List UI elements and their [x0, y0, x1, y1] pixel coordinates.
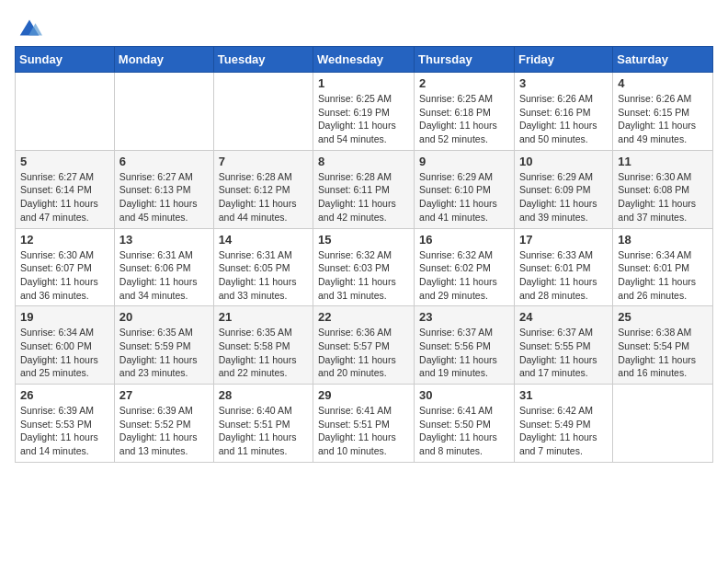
weekday-header-friday: Friday: [514, 47, 612, 73]
calendar-cell: 12 Sunrise: 6:30 AMSunset: 6:07 PMDaylig…: [16, 228, 115, 306]
calendar-cell: 15 Sunrise: 6:32 AMSunset: 6:03 PMDaylig…: [313, 228, 415, 306]
day-info: Sunrise: 6:27 AMSunset: 6:14 PMDaylight:…: [20, 171, 98, 223]
day-number: 12: [20, 233, 109, 247]
day-number: 14: [219, 233, 308, 247]
day-number: 24: [519, 310, 608, 324]
calendar-cell: 25 Sunrise: 6:38 AMSunset: 5:54 PMDaylig…: [613, 306, 713, 385]
calendar-cell: 16 Sunrise: 6:32 AMSunset: 6:02 PMDaylig…: [415, 228, 515, 306]
day-info: Sunrise: 6:42 AMSunset: 5:49 PMDaylight:…: [519, 405, 597, 456]
day-info: Sunrise: 6:26 AMSunset: 6:15 PMDaylight:…: [618, 93, 696, 144]
day-info: Sunrise: 6:32 AMSunset: 6:02 PMDaylight:…: [419, 249, 497, 301]
calendar-cell: 27 Sunrise: 6:39 AMSunset: 5:52 PMDaylig…: [114, 385, 213, 463]
day-number: 18: [618, 233, 708, 247]
calendar-cell: 26 Sunrise: 6:39 AMSunset: 5:53 PMDaylig…: [16, 385, 115, 463]
calendar-cell: 28 Sunrise: 6:40 AMSunset: 5:51 PMDaylig…: [213, 385, 313, 463]
calendar-week-row: 5 Sunrise: 6:27 AMSunset: 6:14 PMDayligh…: [16, 150, 713, 228]
day-number: 15: [318, 233, 409, 247]
weekday-header-wednesday: Wednesday: [313, 47, 415, 73]
calendar-cell: 9 Sunrise: 6:29 AMSunset: 6:10 PMDayligh…: [415, 150, 515, 228]
day-info: Sunrise: 6:34 AMSunset: 6:00 PMDaylight:…: [20, 327, 98, 378]
calendar-cell: [613, 385, 713, 463]
weekday-header-sunday: Sunday: [16, 47, 115, 73]
day-info: Sunrise: 6:27 AMSunset: 6:13 PMDaylight:…: [119, 171, 198, 223]
day-info: Sunrise: 6:33 AMSunset: 6:01 PMDaylight:…: [519, 249, 597, 301]
calendar-cell: 22 Sunrise: 6:36 AMSunset: 5:57 PMDaylig…: [313, 306, 415, 385]
day-info: Sunrise: 6:37 AMSunset: 5:56 PMDaylight:…: [419, 327, 497, 378]
calendar-cell: 1 Sunrise: 6:25 AMSunset: 6:19 PMDayligh…: [313, 73, 415, 151]
day-info: Sunrise: 6:39 AMSunset: 5:53 PMDaylight:…: [20, 405, 98, 456]
day-info: Sunrise: 6:29 AMSunset: 6:10 PMDaylight:…: [419, 171, 497, 223]
day-info: Sunrise: 6:25 AMSunset: 6:18 PMDaylight:…: [419, 93, 497, 144]
calendar-cell: 21 Sunrise: 6:35 AMSunset: 5:58 PMDaylig…: [213, 306, 313, 385]
day-number: 27: [119, 388, 209, 402]
weekday-header-monday: Monday: [114, 47, 213, 73]
calendar-cell: 7 Sunrise: 6:28 AMSunset: 6:12 PMDayligh…: [213, 150, 313, 228]
day-number: 19: [20, 310, 109, 324]
day-number: 8: [318, 155, 409, 168]
calendar-cell: 17 Sunrise: 6:33 AMSunset: 6:01 PMDaylig…: [514, 228, 612, 306]
day-info: Sunrise: 6:35 AMSunset: 5:59 PMDaylight:…: [119, 327, 198, 378]
day-number: 25: [618, 310, 708, 324]
day-info: Sunrise: 6:37 AMSunset: 5:55 PMDaylight:…: [519, 327, 597, 378]
calendar-cell: 3 Sunrise: 6:26 AMSunset: 6:16 PMDayligh…: [514, 73, 612, 151]
day-info: Sunrise: 6:31 AMSunset: 6:06 PMDaylight:…: [119, 249, 198, 301]
calendar-cell: 14 Sunrise: 6:31 AMSunset: 6:05 PMDaylig…: [213, 228, 313, 306]
day-number: 31: [519, 388, 608, 402]
day-info: Sunrise: 6:30 AMSunset: 6:07 PMDaylight:…: [20, 249, 98, 301]
day-number: 20: [119, 310, 209, 324]
day-number: 23: [419, 310, 509, 324]
day-info: Sunrise: 6:39 AMSunset: 5:52 PMDaylight:…: [119, 405, 198, 456]
day-number: 21: [219, 310, 308, 324]
day-info: Sunrise: 6:35 AMSunset: 5:58 PMDaylight:…: [219, 327, 297, 378]
logo: [15, 15, 42, 35]
logo-icon: [17, 15, 42, 40]
day-info: Sunrise: 6:40 AMSunset: 5:51 PMDaylight:…: [219, 405, 297, 456]
day-info: Sunrise: 6:34 AMSunset: 6:01 PMDaylight:…: [618, 249, 696, 301]
calendar-cell: 13 Sunrise: 6:31 AMSunset: 6:06 PMDaylig…: [114, 228, 213, 306]
day-info: Sunrise: 6:38 AMSunset: 5:54 PMDaylight:…: [618, 327, 696, 378]
day-info: Sunrise: 6:28 AMSunset: 6:12 PMDaylight:…: [219, 171, 297, 223]
day-info: Sunrise: 6:41 AMSunset: 5:50 PMDaylight:…: [419, 405, 497, 456]
day-number: 5: [20, 155, 109, 168]
calendar-cell: 24 Sunrise: 6:37 AMSunset: 5:55 PMDaylig…: [514, 306, 612, 385]
calendar-cell: 2 Sunrise: 6:25 AMSunset: 6:18 PMDayligh…: [415, 73, 515, 151]
weekday-header-tuesday: Tuesday: [213, 47, 313, 73]
day-number: 7: [219, 155, 308, 168]
day-number: 1: [318, 76, 409, 90]
day-number: 13: [119, 233, 209, 247]
calendar-table: SundayMondayTuesdayWednesdayThursdayFrid…: [15, 46, 713, 463]
day-info: Sunrise: 6:28 AMSunset: 6:11 PMDaylight:…: [318, 171, 396, 223]
day-number: 11: [618, 155, 708, 168]
day-number: 28: [219, 388, 308, 402]
day-number: 16: [419, 233, 509, 247]
day-number: 4: [618, 76, 708, 90]
calendar-cell: 19 Sunrise: 6:34 AMSunset: 6:00 PMDaylig…: [16, 306, 115, 385]
calendar-cell: [213, 73, 313, 151]
day-number: 17: [519, 233, 608, 247]
calendar-cell: 11 Sunrise: 6:30 AMSunset: 6:08 PMDaylig…: [613, 150, 713, 228]
calendar-cell: 18 Sunrise: 6:34 AMSunset: 6:01 PMDaylig…: [613, 228, 713, 306]
calendar-cell: 23 Sunrise: 6:37 AMSunset: 5:56 PMDaylig…: [415, 306, 515, 385]
weekday-header-saturday: Saturday: [613, 47, 713, 73]
day-info: Sunrise: 6:31 AMSunset: 6:05 PMDaylight:…: [219, 249, 297, 301]
calendar-week-row: 19 Sunrise: 6:34 AMSunset: 6:00 PMDaylig…: [16, 306, 713, 385]
weekday-header-thursday: Thursday: [415, 47, 515, 73]
calendar-cell: 30 Sunrise: 6:41 AMSunset: 5:50 PMDaylig…: [415, 385, 515, 463]
calendar-cell: 29 Sunrise: 6:41 AMSunset: 5:51 PMDaylig…: [313, 385, 415, 463]
calendar-cell: 8 Sunrise: 6:28 AMSunset: 6:11 PMDayligh…: [313, 150, 415, 228]
calendar-cell: 5 Sunrise: 6:27 AMSunset: 6:14 PMDayligh…: [16, 150, 115, 228]
calendar-week-row: 12 Sunrise: 6:30 AMSunset: 6:07 PMDaylig…: [16, 228, 713, 306]
calendar-cell: 6 Sunrise: 6:27 AMSunset: 6:13 PMDayligh…: [114, 150, 213, 228]
day-number: 30: [419, 388, 509, 402]
calendar-cell: 10 Sunrise: 6:29 AMSunset: 6:09 PMDaylig…: [514, 150, 612, 228]
day-number: 29: [318, 388, 409, 402]
day-info: Sunrise: 6:29 AMSunset: 6:09 PMDaylight:…: [519, 171, 597, 223]
day-number: 3: [519, 76, 608, 90]
day-info: Sunrise: 6:32 AMSunset: 6:03 PMDaylight:…: [318, 249, 396, 301]
day-info: Sunrise: 6:30 AMSunset: 6:08 PMDaylight:…: [618, 171, 696, 223]
calendar-week-row: 26 Sunrise: 6:39 AMSunset: 5:53 PMDaylig…: [16, 385, 713, 463]
calendar-cell: 20 Sunrise: 6:35 AMSunset: 5:59 PMDaylig…: [114, 306, 213, 385]
day-info: Sunrise: 6:25 AMSunset: 6:19 PMDaylight:…: [318, 93, 396, 144]
day-info: Sunrise: 6:41 AMSunset: 5:51 PMDaylight:…: [318, 405, 396, 456]
calendar-cell: [114, 73, 213, 151]
